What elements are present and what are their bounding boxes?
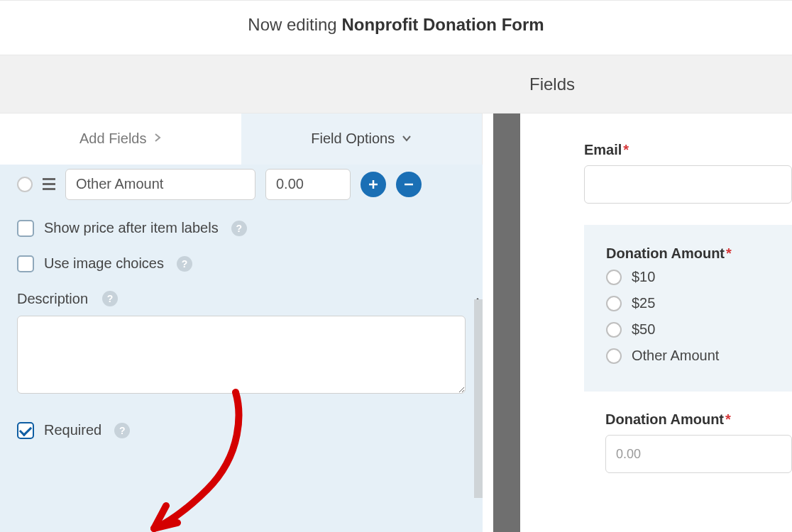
preview-donation-amount-block[interactable]: Donation Amount* $10 $25 $50 Other Amoun… (584, 225, 792, 392)
scrollbar-thumb[interactable] (474, 299, 483, 498)
description-section-label: Description ? (17, 291, 466, 307)
drag-handle-icon[interactable] (43, 178, 55, 190)
preview-option-label: $10 (632, 269, 655, 285)
subheader-bar: Fields (0, 55, 792, 113)
preview-donation-amount-field[interactable] (605, 435, 792, 473)
chevron-down-icon (402, 133, 412, 145)
radio-icon[interactable] (606, 348, 622, 364)
required-asterisk-icon: * (623, 142, 629, 157)
show-price-label: Show price after item labels (44, 220, 219, 236)
required-checkbox[interactable] (17, 422, 34, 439)
preview-option[interactable]: $10 (606, 269, 791, 285)
choice-radio[interactable] (17, 177, 33, 192)
show-price-checkbox[interactable] (17, 220, 34, 237)
tab-add-fields-label: Add Fields (79, 131, 147, 147)
preview-option[interactable]: Other Amount (606, 348, 791, 364)
editing-prefix: Now editing (248, 15, 341, 34)
add-choice-button[interactable] (361, 172, 386, 197)
preview-option-label: $50 (632, 321, 655, 338)
required-asterisk-icon: * (726, 245, 732, 261)
radio-icon[interactable] (606, 296, 622, 311)
help-icon[interactable]: ? (231, 221, 247, 236)
description-label-text: Description (17, 291, 88, 307)
help-icon[interactable]: ? (102, 291, 118, 306)
preview-option-label: $25 (632, 295, 655, 311)
choice-row (17, 165, 466, 200)
tab-field-options[interactable]: Field Options (241, 113, 483, 165)
tab-add-fields[interactable]: Add Fields (0, 113, 241, 165)
field-options-panel: Show price after item labels ? Use image… (0, 165, 483, 532)
image-choices-label: Use image choices (44, 255, 164, 272)
help-icon[interactable]: ? (114, 423, 130, 438)
sidebar-tabs: Add Fields Field Options (0, 113, 483, 165)
description-textarea[interactable] (17, 316, 466, 394)
preview-option-label: Other Amount (632, 348, 719, 364)
preview-donation-label: Donation Amount* (606, 245, 791, 262)
preview-option[interactable]: $50 (606, 321, 791, 338)
choice-label-input[interactable] (65, 169, 255, 200)
annotation-arrow-icon (136, 387, 257, 532)
subheader-title: Fields (529, 74, 575, 94)
preview-email-label: Email* (584, 142, 792, 158)
image-choices-checkbox[interactable] (17, 255, 34, 272)
chevron-right-icon (154, 133, 162, 145)
option-show-price: Show price after item labels ? (17, 220, 466, 237)
header-editing-title: Now editing Nonprofit Donation Form (0, 0, 792, 55)
option-image-choices: Use image choices ? (17, 255, 466, 272)
radio-icon[interactable] (606, 322, 622, 338)
preview-donation-amount-2: Donation Amount* (584, 411, 792, 494)
choice-price-input[interactable] (265, 169, 351, 200)
preview-email-field[interactable] (584, 165, 792, 204)
panel-divider-icon[interactable] (493, 113, 520, 532)
preview-donation-label-2: Donation Amount* (605, 411, 792, 428)
form-preview-col: Email* Donation Amount* $10 $25 $50 (493, 113, 792, 532)
form-name: Nonprofit Donation Form (341, 15, 544, 34)
help-icon[interactable]: ? (177, 256, 192, 272)
required-asterisk-icon: * (725, 411, 731, 427)
required-label: Required (44, 422, 101, 438)
radio-icon[interactable] (606, 270, 622, 285)
tab-field-options-label: Field Options (311, 131, 395, 147)
remove-choice-button[interactable] (396, 172, 422, 197)
preview-option[interactable]: $25 (606, 295, 791, 311)
